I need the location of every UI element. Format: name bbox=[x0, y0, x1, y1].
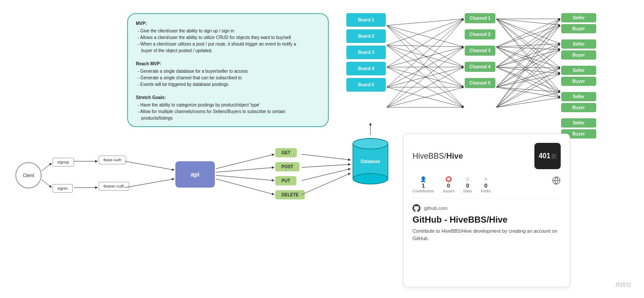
stretch-title: Stretch Goals: bbox=[136, 94, 320, 101]
miro-label: miro bbox=[616, 280, 631, 289]
reach-item-2: - Generate a single channel that can be … bbox=[138, 74, 320, 81]
reach-item-1: - Generate a single database for a buyer… bbox=[138, 68, 320, 74]
svg-line-48 bbox=[496, 19, 560, 25]
svg-line-38 bbox=[387, 47, 464, 87]
repo-name: HiveBBS/ bbox=[413, 152, 446, 160]
svg-line-11 bbox=[125, 161, 174, 170]
client-circle: Client bbox=[15, 162, 42, 188]
svg-line-22 bbox=[387, 19, 464, 25]
stat-issues: ⭕ 0 Issues bbox=[443, 176, 454, 193]
stars-label: Stars bbox=[463, 189, 472, 193]
svg-line-82 bbox=[496, 50, 560, 107]
channel-1: Channel 1 bbox=[465, 13, 495, 23]
svg-line-14 bbox=[216, 167, 274, 172]
buyer-3: Buyer bbox=[561, 77, 596, 86]
board-4: Board 4 bbox=[346, 62, 386, 75]
board-3: Board 3 bbox=[346, 46, 386, 59]
svg-line-75 bbox=[496, 68, 560, 87]
svg-line-78 bbox=[496, 87, 560, 98]
svg-line-83 bbox=[496, 68, 560, 107]
stars-num: 0 bbox=[466, 182, 469, 189]
mvp-item-2: - Allows a client/user the ability to ut… bbox=[138, 34, 320, 41]
board-2: Board 2 bbox=[346, 29, 386, 43]
svg-line-52 bbox=[496, 19, 560, 74]
svg-line-50 bbox=[496, 19, 560, 50]
canvas: MVP: - Give the client/user the ability … bbox=[0, 0, 644, 298]
pair-3: Seller Buyer bbox=[561, 66, 596, 86]
svg-text:Database: Database bbox=[361, 159, 381, 164]
svg-line-13 bbox=[216, 154, 274, 169]
stat-forks: ⑂ 0 Forks bbox=[481, 176, 491, 193]
svg-line-68 bbox=[496, 67, 560, 74]
svg-line-58 bbox=[496, 47, 560, 50]
svg-line-72 bbox=[496, 25, 560, 87]
svg-point-2 bbox=[353, 174, 388, 184]
svg-line-45 bbox=[387, 87, 464, 107]
svg-line-26 bbox=[387, 25, 464, 107]
svg-line-28 bbox=[387, 45, 464, 47]
github-icon bbox=[413, 204, 420, 212]
svg-line-61 bbox=[496, 47, 560, 92]
svg-line-69 bbox=[496, 67, 560, 92]
mvp-item-3: - When a client/user utilizes a post / p… bbox=[138, 41, 320, 54]
forks-label: Forks bbox=[481, 189, 491, 193]
contributors-icon: 👤 bbox=[420, 176, 427, 182]
svg-line-62 bbox=[496, 47, 560, 98]
svg-line-73 bbox=[496, 44, 560, 87]
svg-line-44 bbox=[387, 67, 464, 107]
svg-line-42 bbox=[387, 19, 464, 107]
svg-line-15 bbox=[216, 175, 274, 181]
seller-3: Seller bbox=[561, 66, 596, 75]
issues-icon: ⭕ bbox=[445, 176, 452, 182]
svg-line-29 bbox=[387, 45, 464, 67]
bearer-auth-box: Bearer Auth bbox=[99, 182, 129, 191]
stars-icon: ☆ bbox=[465, 176, 470, 182]
github-link-row: github.com bbox=[413, 204, 561, 212]
seller-buyer-container: Seller Buyer Seller Buyer Seller Buyer S… bbox=[561, 13, 596, 142]
channel-2: Channel 2 bbox=[465, 29, 495, 39]
boards-container: Board 1 Board 2 Board 3 Board 4 Board 5 bbox=[346, 13, 390, 92]
github-card-header: HiveBBS/Hive 401 ⬛ bbox=[413, 143, 561, 169]
svg-line-64 bbox=[496, 25, 560, 67]
issues-num: 0 bbox=[447, 182, 450, 189]
svg-line-30 bbox=[387, 45, 464, 87]
channel-4: Channel 4 bbox=[465, 62, 495, 72]
forks-icon: ⑂ bbox=[484, 176, 487, 182]
board-1: Board 1 bbox=[346, 13, 386, 27]
issues-label: Issues bbox=[443, 189, 454, 193]
svg-line-32 bbox=[387, 19, 464, 67]
pair-1: Seller Buyer bbox=[561, 13, 596, 33]
repo-name-bold: Hive bbox=[446, 152, 463, 160]
seller-2: Seller bbox=[561, 39, 596, 49]
signup-box: signup bbox=[53, 158, 74, 167]
delete-box: DELETE bbox=[275, 190, 305, 199]
pair-4: Seller Buyer bbox=[561, 92, 596, 112]
svg-line-81 bbox=[496, 44, 560, 107]
svg-line-27 bbox=[387, 19, 464, 45]
svg-line-66 bbox=[496, 50, 560, 67]
svg-line-54 bbox=[496, 19, 560, 98]
github-url: github.com bbox=[424, 206, 448, 211]
forks-num: 0 bbox=[484, 182, 487, 189]
svg-line-43 bbox=[387, 47, 464, 107]
stretch-item-2: - Allow for multiple channels/rooms for … bbox=[138, 108, 320, 121]
github-card: HiveBBS/Hive 401 ⬛ 👤 1 Contributors ⭕ 0 … bbox=[403, 134, 570, 287]
github-desc: Contribute to HiveBBS/Hive development b… bbox=[413, 227, 561, 242]
svg-line-31 bbox=[387, 45, 464, 107]
signin-box: signin bbox=[53, 184, 73, 193]
svg-line-63 bbox=[496, 19, 560, 67]
mvp-box: MVP: - Give the client/user the ability … bbox=[127, 13, 329, 127]
buyer-4: Buyer bbox=[561, 103, 596, 112]
api-label: api bbox=[191, 171, 199, 178]
svg-line-70 bbox=[496, 67, 560, 98]
svg-line-53 bbox=[496, 19, 560, 92]
svg-line-39 bbox=[387, 67, 464, 87]
svg-line-67 bbox=[496, 67, 560, 68]
svg-line-84 bbox=[496, 74, 560, 107]
svg-line-55 bbox=[496, 19, 560, 47]
base-auth-box: Base Auth bbox=[99, 156, 126, 164]
svg-line-65 bbox=[496, 44, 560, 67]
seller-1: Seller bbox=[561, 13, 596, 22]
svg-line-18 bbox=[302, 164, 351, 167]
post-box: POST bbox=[275, 162, 299, 171]
